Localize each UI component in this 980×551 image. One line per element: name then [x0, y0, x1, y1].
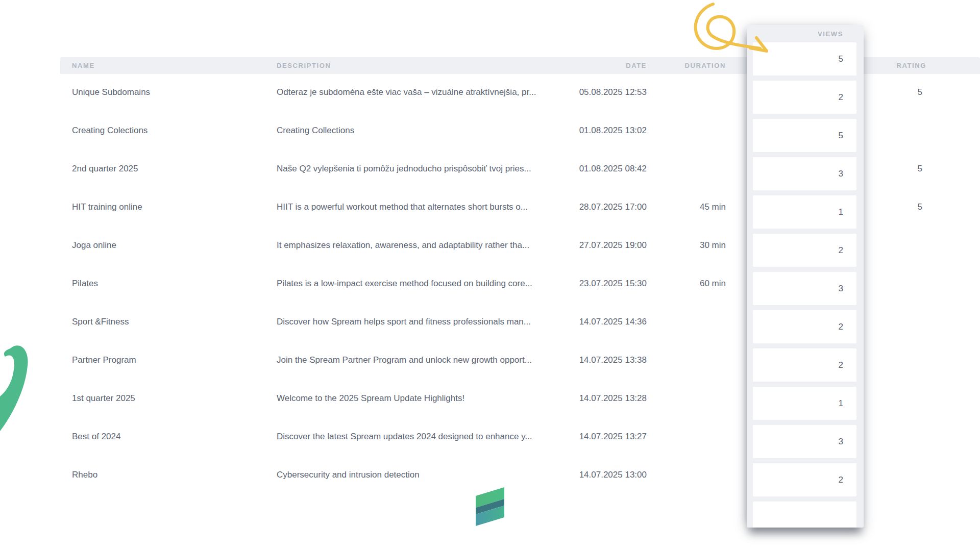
description-cell: Discover how Spream helps sport and fitn…: [272, 305, 561, 338]
duration-cell: 45 min: [660, 190, 736, 223]
name-cell: Unique Subdomains: [60, 76, 270, 109]
logo-bottom-band: [476, 506, 504, 526]
name-cell: LEARN &LEAD: [60, 496, 270, 509]
description-cell: Join the Spream Partner Program and unlo…: [272, 343, 561, 377]
rating-cell: [868, 305, 936, 338]
date-cell: 14.07.2025 13:38: [564, 343, 658, 377]
duration-cell: [660, 114, 736, 147]
green-blob-decoration: [0, 334, 46, 441]
column-header-extra: [938, 57, 980, 74]
date-cell: 23.07.2025 15:30: [564, 267, 658, 300]
name-cell: Sport &Fitness: [60, 305, 270, 338]
description-cell: Pilates is a low-impact exercise method …: [272, 267, 561, 300]
description-cell: Naše Q2 vylepšenia ti pomôžu jednoducho …: [272, 152, 561, 185]
date-cell: 05.08.2025 12:53: [564, 76, 658, 109]
name-cell: Rhebo: [60, 458, 270, 491]
extra-cell: [938, 382, 980, 415]
views-value-cell: 3: [753, 272, 856, 305]
name-cell: Partner Program: [60, 343, 270, 377]
rating-cell: [868, 420, 936, 453]
views-value-cell: 2: [753, 463, 856, 496]
views-value-cell: 1: [753, 195, 856, 229]
views-value-cell: 2: [753, 81, 856, 114]
column-header-views[interactable]: VIEWS: [747, 25, 864, 42]
description-cell: Odteraz je subdoména ešte viac vaša – vi…: [272, 76, 561, 109]
column-header-name[interactable]: NAME: [60, 57, 270, 74]
date-cell: 14.07.2025 12:58: [564, 496, 658, 509]
date-cell: 14.07.2025 13:00: [564, 458, 658, 491]
views-value-cell: 3: [753, 425, 856, 458]
column-header-rating[interactable]: RATING: [868, 57, 936, 74]
date-cell: 01.08.2025 08:42: [564, 152, 658, 185]
duration-cell: [660, 343, 736, 377]
rating-cell: [868, 343, 936, 377]
duration-cell: [660, 152, 736, 185]
extra-cell: [938, 190, 980, 223]
duration-cell: [660, 76, 736, 109]
name-cell: 2nd quarter 2025: [60, 152, 270, 185]
name-cell: HIT training online: [60, 190, 270, 223]
description-cell: Creating Collections: [272, 114, 561, 147]
views-value-cell: 3: [753, 157, 856, 190]
date-cell: 01.08.2025 13:02: [564, 114, 658, 147]
extra-cell: [938, 267, 980, 300]
views-value-cell: 2: [753, 310, 856, 343]
extra-cell: [938, 496, 980, 509]
duration-cell: 30 min: [660, 229, 736, 262]
date-cell: 14.07.2025 13:27: [564, 420, 658, 453]
date-cell: 14.07.2025 14:36: [564, 305, 658, 338]
description-cell: HIIT is a powerful workout method that a…: [272, 190, 561, 223]
rating-cell: 5: [868, 190, 936, 223]
rating-cell: [868, 496, 936, 509]
rating-cell: [868, 114, 936, 147]
name-cell: Creating Colections: [60, 114, 270, 147]
date-cell: 14.07.2025 13:28: [564, 382, 658, 415]
rating-cell: 5: [868, 152, 936, 185]
date-cell: 27.07.2025 19:00: [564, 229, 658, 262]
duration-cell: [660, 496, 736, 509]
extra-cell: [938, 76, 980, 109]
extra-cell: [938, 114, 980, 147]
duration-cell: [660, 458, 736, 491]
rating-cell: 5: [868, 76, 936, 109]
name-cell: Best of 2024: [60, 420, 270, 453]
description-cell: It emphasizes relaxation, awareness, and…: [272, 229, 561, 262]
name-cell: Pilates: [60, 267, 270, 300]
rating-cell: [868, 458, 936, 491]
extra-cell: [938, 458, 980, 491]
column-header-description[interactable]: DESCRIPTION: [272, 57, 561, 74]
date-cell: 28.07.2025 17:00: [564, 190, 658, 223]
rating-cell: [868, 229, 936, 262]
description-cell: Welcome to the 2025 Spream Update Highli…: [272, 382, 561, 415]
name-cell: 1st quarter 2025: [60, 382, 270, 415]
views-value-cell: 2: [753, 348, 856, 382]
description-cell: Cybersecurity and intrusion detection: [272, 458, 561, 491]
extra-cell: [938, 420, 980, 453]
description-cell: Provider of innovative education for tea…: [272, 496, 561, 509]
duration-cell: [660, 305, 736, 338]
duration-cell: [660, 420, 736, 453]
views-value-cell: 5: [753, 42, 856, 76]
column-header-duration[interactable]: DURATION: [660, 57, 736, 74]
views-value-cell: [753, 502, 856, 528]
extra-cell: [938, 343, 980, 377]
duration-cell: 60 min: [660, 267, 736, 300]
extra-cell: [938, 305, 980, 338]
duration-cell: [660, 382, 736, 415]
page: NAME DESCRIPTION DATE DURATION RATING Un…: [0, 0, 980, 551]
extra-cell: [938, 152, 980, 185]
views-column-card: VIEWS 525312322132: [747, 25, 864, 528]
description-cell: Discover the latest Spream updates 2024 …: [272, 420, 561, 453]
rating-cell: [868, 382, 936, 415]
views-card-cells: 525312322132: [747, 42, 864, 528]
views-value-cell: 5: [753, 119, 856, 152]
name-cell: Joga online: [60, 229, 270, 262]
views-value-cell: 1: [753, 387, 856, 420]
extra-cell: [938, 229, 980, 262]
column-header-date[interactable]: DATE: [564, 57, 658, 74]
rating-cell: [868, 267, 936, 300]
views-value-cell: 2: [753, 234, 856, 267]
